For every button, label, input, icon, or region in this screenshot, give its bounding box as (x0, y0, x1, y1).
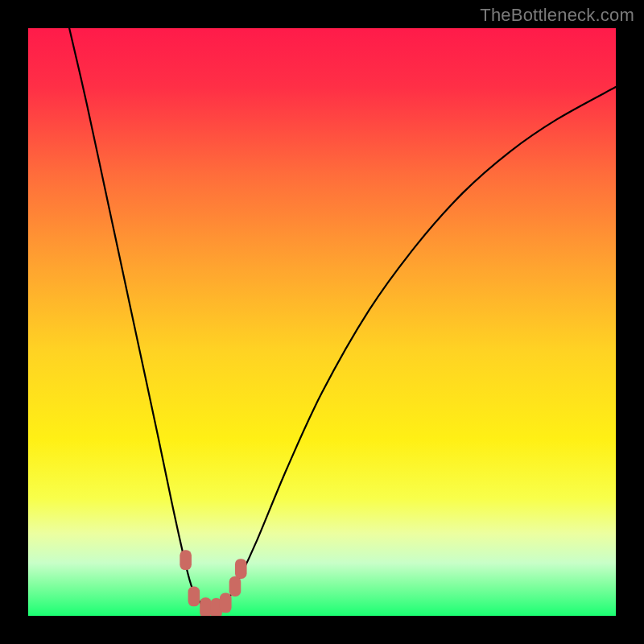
curve-marker (235, 559, 247, 579)
curve-marker (220, 593, 232, 613)
curve-marker (229, 576, 242, 597)
plot-area (28, 28, 616, 616)
gradient-background (28, 28, 616, 616)
chart-frame: TheBottleneck.com (0, 0, 644, 644)
source-label: TheBottleneck.com (480, 5, 634, 26)
chart-svg (28, 28, 616, 616)
curve-marker (188, 587, 200, 607)
curve-marker (180, 550, 192, 570)
curve-marker (200, 597, 212, 616)
